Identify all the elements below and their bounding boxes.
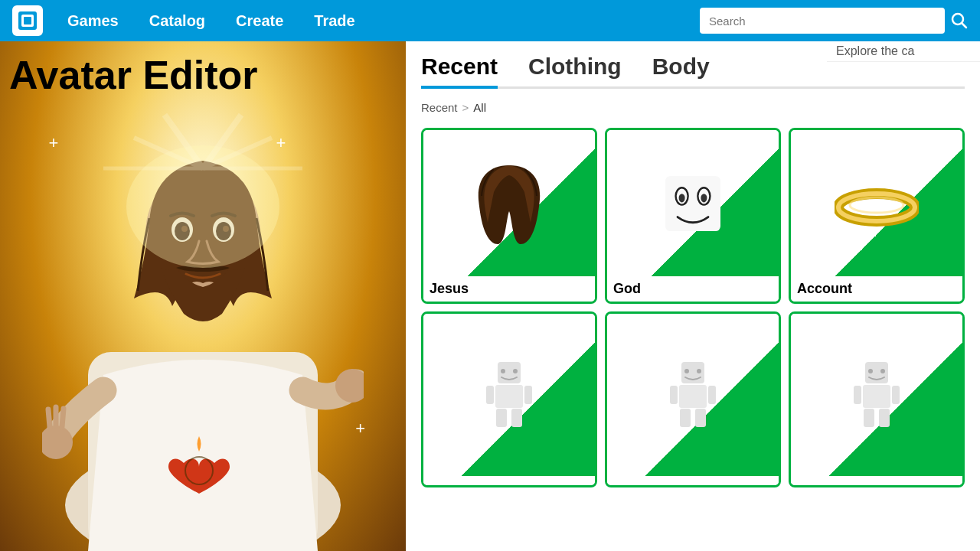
- left-panel: Avatar Editor + + +: [0, 41, 406, 551]
- items-grid: Jesus: [421, 128, 965, 487]
- svg-point-37: [501, 369, 505, 373]
- roblox-character-3: [854, 360, 900, 429]
- svg-line-8: [48, 409, 50, 427]
- svg-rect-59: [879, 409, 890, 427]
- svg-rect-2: [24, 17, 31, 24]
- svg-rect-40: [486, 386, 494, 404]
- right-panel: Recent Clothing Body Recent > All: [406, 41, 980, 551]
- search-area: [700, 8, 968, 34]
- item-label-char2: [607, 476, 779, 485]
- svg-rect-51: [695, 409, 706, 427]
- svg-point-31: [679, 194, 685, 202]
- svg-rect-49: [708, 386, 716, 404]
- svg-line-10: [62, 409, 64, 427]
- svg-point-53: [868, 369, 873, 373]
- item-card-god[interactable]: God: [605, 128, 781, 304]
- svg-rect-48: [670, 386, 678, 404]
- breadcrumb-parent[interactable]: Recent: [421, 101, 458, 114]
- item-label-char3: [791, 476, 962, 485]
- svg-rect-47: [679, 385, 707, 408]
- nav-trade[interactable]: Trade: [308, 9, 361, 33]
- roblox-logo[interactable]: [12, 5, 43, 36]
- item-label-god: God: [607, 276, 779, 302]
- item-image-char3: [791, 314, 962, 476]
- svg-point-45: [684, 369, 689, 373]
- item-image-god: [607, 130, 779, 276]
- item-card-account[interactable]: Account: [789, 128, 965, 304]
- item-image-jesus: [423, 130, 595, 276]
- svg-rect-42: [496, 409, 507, 427]
- svg-rect-57: [892, 386, 900, 404]
- item-image-char1: [423, 314, 595, 476]
- crosshair-tl: +: [49, 133, 59, 153]
- item-label-account: Account: [791, 276, 962, 302]
- roblox-character-1: [486, 360, 532, 429]
- item-card-char1[interactable]: [421, 311, 597, 487]
- breadcrumb: Recent > All: [421, 101, 965, 114]
- svg-rect-58: [864, 409, 874, 427]
- svg-rect-41: [524, 386, 532, 404]
- search-input[interactable]: [700, 8, 945, 34]
- nav-create[interactable]: Create: [230, 9, 289, 33]
- item-card-jesus[interactable]: Jesus: [421, 128, 597, 304]
- svg-rect-56: [854, 386, 861, 404]
- nav-games[interactable]: Games: [61, 9, 125, 33]
- svg-rect-39: [495, 385, 523, 408]
- svg-rect-50: [680, 409, 691, 427]
- avatar-preview: + + +: [0, 41, 406, 551]
- navbar: Games Catalog Create Trade: [0, 0, 980, 41]
- svg-point-54: [880, 369, 885, 373]
- tab-recent[interactable]: Recent: [421, 54, 498, 89]
- roblox-character-2: [670, 360, 716, 429]
- breadcrumb-separator: >: [462, 101, 469, 114]
- page-title: Avatar Editor: [9, 54, 258, 97]
- svg-point-35: [850, 197, 903, 213]
- nav-catalog[interactable]: Catalog: [143, 9, 211, 33]
- svg-rect-43: [511, 409, 522, 427]
- main-content: Avatar Editor + + +: [0, 41, 980, 551]
- search-button[interactable]: [951, 12, 968, 29]
- crosshair-br: +: [355, 419, 365, 439]
- item-label-char1: [423, 476, 595, 485]
- item-image-account: [791, 130, 962, 276]
- svg-point-38: [513, 369, 518, 373]
- item-image-char2: [607, 314, 779, 476]
- tab-clothing[interactable]: Clothing: [528, 54, 622, 89]
- item-label-jesus: Jesus: [423, 276, 595, 302]
- svg-rect-55: [863, 385, 890, 408]
- tab-body[interactable]: Body: [652, 54, 710, 89]
- svg-point-46: [697, 369, 701, 373]
- svg-line-4: [962, 24, 967, 28]
- item-card-char2[interactable]: [605, 311, 781, 487]
- explore-catalog-text: Explore the ca: [827, 41, 980, 62]
- crosshair-tr: +: [276, 133, 286, 153]
- svg-point-32: [701, 194, 707, 202]
- jesus-figure-svg: [42, 107, 364, 551]
- breadcrumb-current: All: [473, 101, 486, 114]
- item-card-char3[interactable]: [789, 311, 965, 487]
